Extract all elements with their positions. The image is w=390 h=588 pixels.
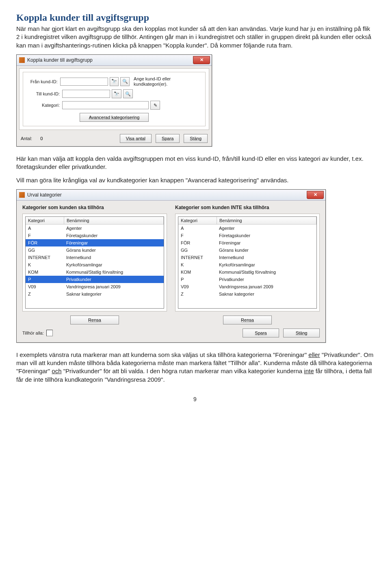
dialog-koppla-kunder: Koppla kunder till avgiftsgrupp ✕ Från k… [16, 54, 212, 147]
search-from-button[interactable]: 🔭 [110, 77, 119, 86]
list-row[interactable]: INTERNETInternetkund [178, 254, 316, 261]
dialog-footer: Antal: 0 Visa antal Spara Stäng [17, 132, 212, 146]
paragraph-4: I exemplets vänstra ruta markerar man at… [16, 351, 374, 384]
zoom-to-button[interactable]: 🔍 [123, 89, 133, 98]
close-button[interactable]: ✕ [307, 191, 324, 199]
list-row[interactable]: V09Vandringsresa januari 2009 [26, 283, 164, 290]
titlebar: Urval kategorier ✕ [17, 190, 325, 201]
input-from-kund-id[interactable] [60, 78, 108, 86]
binoculars-icon: 🔭 [111, 79, 117, 84]
list-row[interactable]: FÖRFöreningar [178, 239, 316, 246]
intro-paragraph-1: När man har gjort klart en avgiftsgrupp … [16, 25, 374, 50]
list-row[interactable]: KOMKommunal/Statlig förvaltning [178, 268, 316, 276]
exclude-column: Kategorier som kunden INTE ska tillhöra … [175, 205, 320, 324]
list-row[interactable]: KKyrkoförsamlingar [178, 261, 316, 268]
list-row[interactable]: KOMKommunal/Statlig förvaltning [26, 268, 164, 276]
list-row[interactable]: GGGörans kunder [26, 246, 164, 254]
list-row[interactable]: AAgenter [178, 225, 316, 232]
zoom-from-button[interactable]: 🔍 [120, 77, 130, 86]
close-dialog-button[interactable]: Stäng [184, 134, 208, 143]
binoculars-icon: 🔭 [114, 91, 119, 97]
include-title: Kategorier som kunden ska tillhöra [22, 205, 167, 210]
count-label: Antal: [21, 136, 32, 141]
list-row[interactable]: V09Vandringsresa januari 2009 [178, 283, 316, 290]
list-row[interactable]: PPrivatkunder [178, 276, 316, 283]
save-button-2[interactable]: Spara [243, 329, 279, 337]
close-button[interactable]: ✕ [193, 56, 210, 64]
page-number: 9 [16, 396, 374, 402]
titlebar: Koppla kunder till avgiftsgrupp ✕ [17, 55, 212, 66]
list-row[interactable]: INTERNETInternetkund [26, 254, 164, 261]
input-till-kund-id[interactable] [62, 90, 110, 98]
list-row[interactable]: ZSaknar kategorier [178, 290, 316, 298]
list-row[interactable]: KKyrkoförsamlingar [26, 261, 164, 268]
list-row[interactable]: FFöretagskunder [26, 232, 164, 239]
dialog2-footer: Tillhör alla: Spara Stäng [17, 326, 325, 342]
paragraph-3: Vill man göra lite krångliga val av kund… [16, 176, 374, 184]
label-till-kund-id: Till kund-ID: [27, 91, 62, 96]
close-icon: ✕ [200, 57, 204, 63]
exclude-title: Kategorier som kunden INTE ska tillhöra [175, 205, 320, 210]
exclude-listbox[interactable]: KategoriBenämningAAgenterFFöretagskunder… [178, 216, 317, 309]
list-row[interactable]: AAgenter [26, 225, 164, 232]
label-kategori: Kategori: [27, 103, 62, 108]
input-kategori[interactable] [62, 101, 149, 109]
count-value: 0 [40, 136, 43, 141]
close-button-2[interactable]: Stäng [283, 329, 320, 337]
search-to-button[interactable]: 🔭 [112, 89, 121, 98]
pencil-icon: ✎ [154, 103, 157, 108]
clear-include-button[interactable]: Rensa [70, 316, 119, 324]
hint-text: Ange kund-ID eller kundkategori(er). [134, 76, 201, 87]
include-column: Kategorier som kunden ska tillhöra Kateg… [22, 205, 167, 324]
form-panel: Från kund-ID: 🔭 🔍 Ange kund-ID eller kun… [23, 72, 206, 126]
list-row[interactable]: GGGörans kunder [178, 246, 316, 254]
paragraph-2: Här kan man välja att koppla den valda a… [16, 155, 374, 171]
advanced-category-button[interactable]: Avancerad kategorisering [80, 113, 149, 122]
dialog2-title: Urval kategorier [27, 192, 62, 198]
show-count-button[interactable]: Visa antal [120, 134, 152, 143]
all-label: Tillhör alla: [22, 331, 44, 335]
page-heading: Koppla kunder till avgiftsgrupp [16, 12, 374, 23]
label-from-kund-id: Från kund-ID: [27, 79, 60, 84]
all-checkbox[interactable] [46, 330, 53, 336]
kategori-picker-button[interactable]: ✎ [150, 101, 160, 110]
magnifier-plus-icon: 🔍 [125, 91, 131, 97]
list-row[interactable]: ZSaknar kategorier [26, 290, 164, 298]
app-icon [19, 57, 25, 63]
list-row[interactable]: PPrivatkunder [26, 276, 164, 283]
list-row[interactable]: FFöretagskunder [178, 232, 316, 239]
dialog-title: Koppla kunder till avgiftsgrupp [27, 57, 93, 63]
include-listbox[interactable]: KategoriBenämningAAgenterFFöretagskunder… [25, 216, 164, 309]
close-icon: ✕ [314, 192, 317, 197]
save-button[interactable]: Spara [156, 134, 180, 143]
dialog-urval-kategorier: Urval kategorier ✕ Kategorier som kunden… [16, 189, 326, 343]
app-icon [19, 192, 25, 198]
clear-exclude-button[interactable]: Rensa [223, 316, 272, 324]
magnifier-plus-icon: 🔍 [122, 79, 128, 84]
list-row[interactable]: FÖRFöreningar [26, 239, 164, 246]
